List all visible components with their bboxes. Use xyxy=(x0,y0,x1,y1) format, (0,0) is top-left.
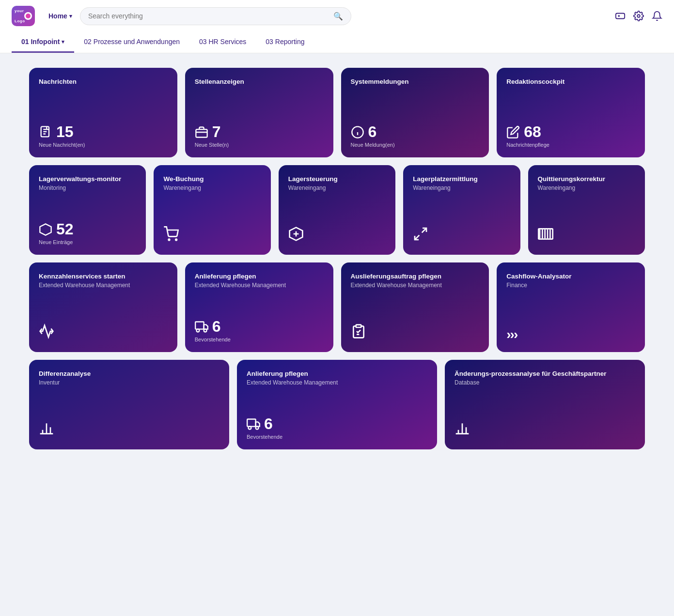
chevron-down-icon: ▾ xyxy=(62,39,64,45)
card-we-buchung-subtitle: Wareneingang xyxy=(163,185,261,191)
card-lagerplatzermittlung[interactable]: Lagerplatzermittlung Wareneingang xyxy=(403,165,520,255)
nav-item-reporting[interactable]: 03 Reporting xyxy=(256,32,314,53)
card-cashflow-analysator[interactable]: Cashflow-Analysator Finance ››› xyxy=(497,262,645,352)
card-quittierungskorrektur-subtitle: Wareneingang xyxy=(538,185,635,191)
info-icon xyxy=(351,125,364,139)
svg-point-20 xyxy=(204,329,206,332)
gear-icon xyxy=(633,11,644,21)
svg-point-9 xyxy=(169,239,170,241)
card-systemmeldungen-label: Neue Meldung(en) xyxy=(351,142,480,148)
settings-icon-button[interactable] xyxy=(633,11,644,21)
nav-item-prozesse[interactable]: 02 Prozesse und Anwendungen xyxy=(74,32,189,53)
card-lagerplatzermittlung-subtitle: Wareneingang xyxy=(413,185,510,191)
svg-marker-18 xyxy=(204,324,207,329)
card-lagerverwaltungsmonitor[interactable]: Lagerverwaltungs-monitor Monitoring 52 N… xyxy=(29,165,146,255)
svg-line-15 xyxy=(415,235,419,240)
svg-point-1 xyxy=(637,15,640,17)
barcode-icon xyxy=(538,226,553,242)
svg-point-19 xyxy=(196,329,199,332)
card-nachrichten-count: 15 xyxy=(56,123,74,141)
svg-marker-28 xyxy=(256,422,260,426)
card-anlieferung-pflegen-bottom: 6 xyxy=(195,318,324,336)
svg-rect-27 xyxy=(247,419,256,426)
card-lagersteuerung[interactable]: Lagersteuerung Wareneingang xyxy=(279,165,395,255)
search-input[interactable] xyxy=(88,12,329,20)
svg-marker-8 xyxy=(40,224,51,235)
card-lagerverwaltungsmonitor-title: Lagerverwaltungs-monitor xyxy=(39,175,136,184)
document-icon xyxy=(39,125,52,139)
card-nachrichten-title: Nachrichten xyxy=(39,77,168,86)
bell-icon xyxy=(652,11,662,21)
truck-icon-2 xyxy=(247,417,260,431)
gamepad-icon-button[interactable] xyxy=(615,11,626,21)
nav-infopoint-label: 01 Infopoint xyxy=(21,38,60,46)
bell-icon-button[interactable] xyxy=(652,11,662,21)
card-aenderungsprozessanalyse-subtitle: Database xyxy=(455,379,635,386)
logo-image: your Logo xyxy=(12,6,35,26)
card-aenderungsprozessanalyse-title: Änderungs-prozessanalyse für Geschäftspa… xyxy=(455,370,635,378)
card-anlieferung-pflegen-2-bottom: 6 xyxy=(247,415,427,433)
card-quittierungskorrektur[interactable]: Quittierungskorrektur Wareneingang xyxy=(528,165,645,255)
home-button[interactable]: Home ▾ xyxy=(48,12,72,20)
search-bar: 🔍 xyxy=(80,7,351,25)
card-lagersteuerung-title: Lagersteuerung xyxy=(288,175,386,184)
card-systemmeldungen[interactable]: Systemmeldungen 6 Neue Meldung(en) xyxy=(341,68,489,157)
main-content: Nachrichten 15 Neue Nachricht(en) Stelle… xyxy=(0,53,674,472)
nav-item-infopoint[interactable]: 01 Infopoint ▾ xyxy=(12,32,74,53)
card-cashflow-analysator-icon-area: ››› xyxy=(506,327,635,342)
card-anlieferung-pflegen[interactable]: Anlieferung pflegen Extended Warehouse M… xyxy=(185,262,333,352)
card-aenderungsprozessanalyse[interactable]: Änderungs-prozessanalyse für Geschäftspa… xyxy=(445,360,645,449)
card-anlieferung-pflegen-2[interactable]: Anlieferung pflegen Extended Warehouse M… xyxy=(237,360,437,449)
card-lagersteuerung-subtitle: Wareneingang xyxy=(288,185,386,191)
card-lagerplatzermittlung-icon-area xyxy=(413,226,510,245)
nav-hr-label: 03 HR Services xyxy=(199,38,246,46)
bar-chart-icon-2 xyxy=(455,421,470,436)
card-anlieferung-pflegen-2-title: Anlieferung pflegen xyxy=(247,370,427,378)
card-we-buchung-icon-area xyxy=(163,226,261,245)
header-icons xyxy=(615,11,662,21)
card-anlieferung-pflegen-2-label: Bevorstehende xyxy=(247,434,427,440)
row-2: Lagerverwaltungs-monitor Monitoring 52 N… xyxy=(29,165,645,255)
card-lagerverwaltungsmonitor-label: Neue Einträge xyxy=(39,239,136,245)
card-nachrichten[interactable]: Nachrichten 15 Neue Nachricht(en) xyxy=(29,68,177,157)
svg-line-14 xyxy=(422,228,426,232)
logo-logo-text: Logo xyxy=(15,19,25,23)
arrows-right-icon: ››› xyxy=(506,327,517,342)
card-stellenanzeigen[interactable]: Stellenanzeigen 7 Neue Stelle(n) xyxy=(185,68,333,157)
logo-o xyxy=(24,12,32,20)
nav-reporting-label: 03 Reporting xyxy=(266,38,304,46)
card-kennzahlenservices[interactable]: Kennzahlenservices starten Extended Ware… xyxy=(29,262,177,352)
card-cashflow-analysator-subtitle: Finance xyxy=(506,282,635,289)
card-nachrichten-label: Neue Nachricht(en) xyxy=(39,142,168,148)
card-differenzanalyse-icon-area xyxy=(39,421,219,440)
card-lagerverwaltungsmonitor-bottom: 52 xyxy=(39,220,136,238)
logo-area: your Logo xyxy=(12,6,35,26)
svg-rect-3 xyxy=(196,129,207,137)
card-auslieferungsauftrag[interactable]: Auslieferungsauftrag pflegen Extended Wa… xyxy=(341,262,489,352)
card-lagerverwaltungsmonitor-subtitle: Monitoring xyxy=(39,185,136,191)
card-lagersteuerung-icon-area xyxy=(288,226,386,245)
card-cashflow-analysator-title: Cashflow-Analysator xyxy=(506,272,635,281)
row-1: Nachrichten 15 Neue Nachricht(en) Stelle… xyxy=(29,68,645,157)
svg-rect-0 xyxy=(616,14,625,19)
card-redaktionscockpit[interactable]: Redaktionscockpit 68 Nachrichtenpflege xyxy=(497,68,645,157)
card-stellenanzeigen-title: Stellenanzeigen xyxy=(195,77,324,86)
card-we-buchung[interactable]: We-Buchung Wareneingang xyxy=(154,165,270,255)
card-differenzanalyse[interactable]: Differenzanalyse Inventur xyxy=(29,360,229,449)
hexagon-icon xyxy=(39,223,52,236)
card-redaktionscockpit-count: 68 xyxy=(524,123,541,141)
svg-rect-21 xyxy=(356,325,361,327)
row-3: Kennzahlenservices starten Extended Ware… xyxy=(29,262,645,352)
bar-chart-icon xyxy=(39,421,54,436)
card-systemmeldungen-count: 6 xyxy=(368,123,377,141)
logo-your-text: your xyxy=(15,9,24,13)
home-label: Home xyxy=(48,12,67,20)
nav-item-hr[interactable]: 03 HR Services xyxy=(189,32,256,53)
card-nachrichten-bottom: 15 xyxy=(39,123,168,141)
card-redaktionscockpit-label: Nachrichtenpflege xyxy=(506,142,635,148)
card-anlieferung-pflegen-subtitle: Extended Warehouse Management xyxy=(195,282,324,289)
card-lagerverwaltungsmonitor-count: 52 xyxy=(56,220,74,238)
search-icon: 🔍 xyxy=(333,12,343,21)
card-differenzanalyse-title: Differenzanalyse xyxy=(39,370,219,378)
card-anlieferung-pflegen-title: Anlieferung pflegen xyxy=(195,272,324,281)
